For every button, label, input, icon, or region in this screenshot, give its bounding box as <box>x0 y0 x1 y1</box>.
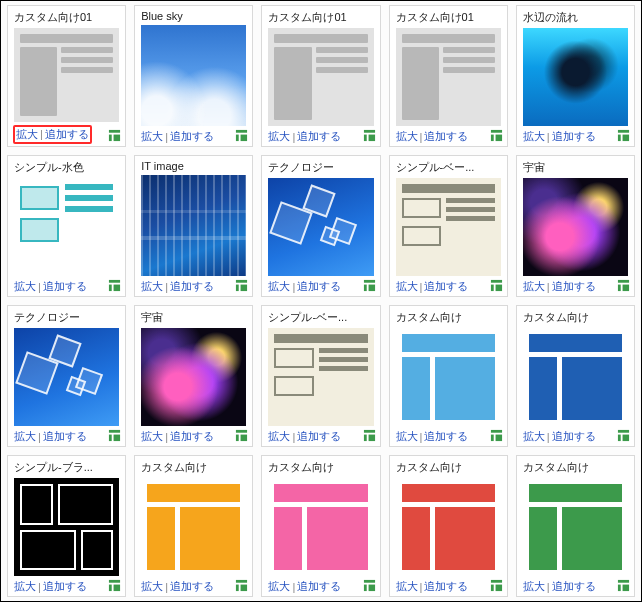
template-thumbnail[interactable] <box>523 328 628 426</box>
template-title: シンプル-ベー... <box>396 160 501 175</box>
zoom-link[interactable]: 拡大 <box>396 279 418 294</box>
add-link[interactable]: 追加する <box>424 129 468 144</box>
template-thumbnail[interactable] <box>141 328 246 426</box>
template-thumbnail[interactable] <box>523 478 628 576</box>
template-title: カスタム向け <box>268 460 373 475</box>
template-card: テクノロジー拡大|追加する <box>261 155 380 297</box>
zoom-link[interactable]: 拡大 <box>523 279 545 294</box>
add-link[interactable]: 追加する <box>424 579 468 594</box>
template-title: テクノロジー <box>14 310 119 325</box>
template-thumbnail[interactable] <box>396 328 501 426</box>
zoom-link[interactable]: 拡大 <box>268 429 290 444</box>
zoom-link[interactable]: 拡大 <box>141 129 163 144</box>
add-link[interactable]: 追加する <box>297 279 341 294</box>
add-link[interactable]: 追加する <box>170 579 214 594</box>
zoom-link[interactable]: 拡大 <box>268 579 290 594</box>
template-card: カスタム向け拡大|追加する <box>389 305 508 447</box>
zoom-link[interactable]: 拡大 <box>523 129 545 144</box>
svg-rect-36 <box>364 430 375 433</box>
svg-rect-5 <box>241 135 248 142</box>
template-card: テクノロジー拡大|追加する <box>7 305 126 447</box>
template-title: カスタム向け01 <box>14 10 119 25</box>
svg-rect-57 <box>618 580 629 583</box>
add-link[interactable]: 追加する <box>170 279 214 294</box>
add-link[interactable]: 追加する <box>424 429 468 444</box>
zoom-link[interactable]: 拡大 <box>523 579 545 594</box>
template-thumbnail[interactable] <box>396 28 501 126</box>
separator: | <box>545 581 552 593</box>
layout-icon <box>363 579 376 592</box>
svg-rect-23 <box>368 285 375 292</box>
svg-rect-29 <box>623 285 630 292</box>
add-link[interactable]: 追加する <box>424 279 468 294</box>
separator: | <box>418 581 425 593</box>
template-title: カスタム向け01 <box>268 10 373 25</box>
zoom-link[interactable]: 拡大 <box>523 429 545 444</box>
zoom-link[interactable]: 拡大 <box>14 279 36 294</box>
template-thumbnail[interactable] <box>268 328 373 426</box>
template-thumbnail[interactable] <box>396 178 501 276</box>
zoom-link[interactable]: 拡大 <box>268 279 290 294</box>
add-link[interactable]: 追加する <box>297 129 341 144</box>
template-title: カスタム向け <box>396 460 501 475</box>
template-actions: 拡大|追加する <box>268 126 373 144</box>
svg-rect-3 <box>236 130 247 133</box>
zoom-link[interactable]: 拡大 <box>141 279 163 294</box>
add-link[interactable]: 追加する <box>45 128 89 140</box>
template-actions: 拡大|追加する <box>14 276 119 294</box>
template-thumbnail[interactable] <box>141 478 246 576</box>
separator: | <box>38 128 45 140</box>
add-link[interactable]: 追加する <box>552 429 596 444</box>
template-thumbnail[interactable] <box>523 28 628 126</box>
template-card: シンプル-水色拡大|追加する <box>7 155 126 297</box>
zoom-link[interactable]: 拡大 <box>141 429 163 444</box>
template-thumbnail[interactable] <box>14 328 119 426</box>
template-thumbnail[interactable] <box>14 478 119 576</box>
zoom-link[interactable]: 拡大 <box>141 579 163 594</box>
template-thumbnail[interactable] <box>523 178 628 276</box>
template-card: カスタム向け拡大|追加する <box>516 455 635 597</box>
add-link[interactable]: 追加する <box>297 429 341 444</box>
layout-icon <box>108 429 121 442</box>
layout-icon <box>235 129 248 142</box>
zoom-link[interactable]: 拡大 <box>396 579 418 594</box>
template-thumbnail[interactable] <box>141 175 246 276</box>
zoom-link[interactable]: 拡大 <box>396 129 418 144</box>
layout-icon <box>108 129 121 142</box>
add-link[interactable]: 追加する <box>297 579 341 594</box>
template-actions: 拡大|追加する <box>268 576 373 594</box>
add-link[interactable]: 追加する <box>43 429 87 444</box>
add-link[interactable]: 追加する <box>552 579 596 594</box>
zoom-link[interactable]: 拡大 <box>396 429 418 444</box>
zoom-link[interactable]: 拡大 <box>14 429 36 444</box>
template-thumbnail[interactable] <box>268 478 373 576</box>
template-title: カスタム向け01 <box>396 10 501 25</box>
template-thumbnail[interactable] <box>14 178 119 276</box>
add-link[interactable]: 追加する <box>170 429 214 444</box>
svg-rect-31 <box>109 435 112 442</box>
add-link[interactable]: 追加する <box>552 279 596 294</box>
add-link[interactable]: 追加する <box>170 129 214 144</box>
template-thumbnail[interactable] <box>141 25 246 126</box>
svg-rect-11 <box>495 135 502 142</box>
separator: | <box>36 431 43 443</box>
template-thumbnail[interactable] <box>268 178 373 276</box>
separator: | <box>545 131 552 143</box>
template-thumbnail[interactable] <box>396 478 501 576</box>
template-actions: 拡大|追加する <box>141 126 246 144</box>
svg-rect-30 <box>109 430 120 433</box>
template-thumbnail[interactable] <box>268 28 373 126</box>
separator: | <box>290 581 297 593</box>
add-link[interactable]: 追加する <box>552 129 596 144</box>
svg-rect-12 <box>618 130 629 133</box>
template-thumbnail[interactable] <box>14 28 119 122</box>
layout-icon <box>490 429 503 442</box>
add-link[interactable]: 追加する <box>43 279 87 294</box>
svg-rect-55 <box>491 585 494 592</box>
zoom-link[interactable]: 拡大 <box>14 579 36 594</box>
add-link[interactable]: 追加する <box>43 579 87 594</box>
zoom-link[interactable]: 拡大 <box>268 129 290 144</box>
svg-rect-6 <box>364 130 375 133</box>
zoom-link[interactable]: 拡大 <box>16 128 38 140</box>
template-actions: 拡大|追加する <box>268 276 373 294</box>
